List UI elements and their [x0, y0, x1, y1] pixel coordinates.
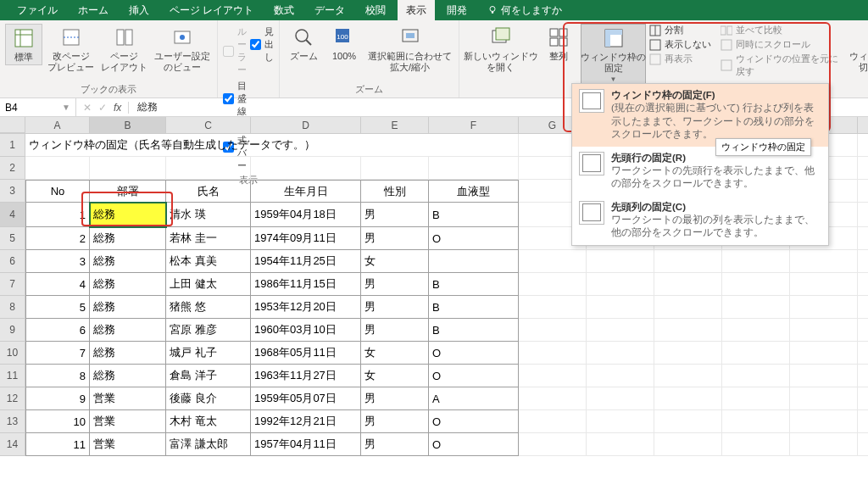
svg-rect-19 [550, 29, 558, 36]
row-9[interactable]: 96総務宮原 雅彦1960年03月10日男B [0, 319, 868, 342]
svg-rect-20 [559, 29, 567, 36]
svg-rect-29 [650, 54, 660, 64]
btn-arrange-all[interactable]: 整列 [540, 24, 577, 64]
svg-point-0 [490, 7, 495, 12]
tell-me[interactable]: 何をしますか [479, 3, 562, 18]
btn-sync-scroll: 同時にスクロール [721, 38, 846, 51]
btn-new-window[interactable]: 新しいウィンドウ を開く [465, 24, 537, 75]
svg-point-11 [296, 30, 308, 42]
svg-rect-7 [117, 30, 124, 45]
btn-unhide: 再表示 [649, 53, 717, 65]
svg-rect-32 [721, 40, 732, 50]
btn-zoom[interactable]: ズーム [285, 24, 322, 64]
btn-reset-window-pos: ウィンドウの位置を元に戻す [721, 53, 846, 78]
menu-freeze-first-column[interactable]: 先頭列の固定(C)ワークシートの最初の列を表示したままで、他の部分をスクロールで… [572, 196, 828, 245]
enter-icon: ✓ [98, 102, 107, 114]
chk-ruler[interactable]: ルーラー [223, 25, 247, 76]
group-show: ルーラー 目盛線 数式バー 見出し 表示 [218, 20, 280, 97]
group-zoom: ズーム 100 100% 選択範囲に合わせて 拡大/縮小 ズーム [280, 20, 459, 97]
freeze-first-col-icon [579, 201, 604, 225]
fx-icon[interactable]: fx [114, 102, 121, 114]
group-workbook-views: 標準 改ページ プレビュー ページ レイアウト ユーザー設定 のビュー ブックの… [0, 20, 218, 97]
tab-review[interactable]: 校閲 [357, 0, 394, 21]
bulb-icon [487, 5, 498, 15]
cancel-icon: ✕ [83, 102, 92, 114]
svg-rect-28 [650, 40, 660, 50]
row-10[interactable]: 107総務城戸 礼子1968年05月11日女O [0, 342, 868, 365]
btn-custom-views[interactable]: ユーザー設定 のビュー [153, 24, 212, 75]
btn-zoom-selection[interactable]: 選択範囲に合わせて 拡大/縮小 [366, 24, 453, 75]
btn-page-layout-view[interactable]: ページ レイアウト [99, 24, 149, 75]
svg-rect-25 [605, 30, 610, 47]
svg-rect-8 [125, 30, 132, 45]
active-cell-b4: 総務 [90, 203, 166, 227]
btn-split[interactable]: 分割 [649, 24, 717, 36]
btn-normal-view[interactable]: 標準 [5, 24, 42, 65]
svg-rect-21 [550, 38, 558, 46]
tab-home[interactable]: ホーム [70, 0, 117, 21]
row-6[interactable]: 63総務松本 真美1954年11月25日女 [0, 250, 868, 273]
chk-headings[interactable]: 見出し [250, 25, 274, 64]
btn-switch-windows[interactable]: ウィンドウの 切り替え [849, 24, 868, 75]
freeze-top-row-icon [579, 152, 604, 175]
row-11[interactable]: 118総務倉島 洋子1963年11月27日女O [0, 365, 868, 387]
btn-zoom-100[interactable]: 100 100% [326, 24, 363, 64]
freeze-panes-menu: ウィンドウ枠の固定(F)(現在の選択範囲に基づいて) 行および列を表示したままで… [571, 83, 829, 246]
btn-page-break-preview[interactable]: 改ページ プレビュー [46, 24, 96, 75]
tab-insert[interactable]: 挿入 [120, 0, 158, 21]
svg-rect-33 [721, 60, 732, 70]
freeze-panes-icon [579, 89, 604, 113]
formula-input[interactable]: 総務 [129, 100, 158, 114]
tab-data[interactable]: データ [306, 0, 353, 21]
tab-pagelayout[interactable]: ページ レイアウト [161, 0, 262, 21]
select-all-corner[interactable] [0, 117, 25, 133]
svg-point-10 [180, 35, 185, 40]
svg-rect-22 [559, 38, 567, 46]
menu-freeze-panes[interactable]: ウィンドウ枠の固定(F)(現在の選択範囲に基づいて) 行および列を表示したままで… [572, 84, 828, 147]
svg-text:100: 100 [337, 33, 348, 41]
svg-rect-30 [721, 26, 726, 35]
btn-freeze-panes[interactable]: ウィンドウ枠の 固定 ▼ [581, 24, 646, 86]
tab-formulas[interactable]: 数式 [265, 0, 303, 21]
row-13[interactable]: 1310営業木村 竜太1992年12月21日男O [0, 410, 868, 433]
row-14[interactable]: 1411営業富澤 謙太郎1957年04月11日男O [0, 433, 868, 456]
row-7[interactable]: 74総務上田 健太1986年11月15日男B [0, 273, 868, 296]
freeze-panes-tooltip: ウィンドウ枠の固定 [715, 138, 811, 156]
btn-view-side-by-side: 並べて比較 [721, 24, 846, 36]
svg-rect-2 [15, 30, 32, 47]
svg-rect-16 [406, 33, 415, 38]
btn-hide[interactable]: 表示しない [649, 38, 717, 51]
name-box[interactable]: B4▼ [0, 98, 76, 116]
chevron-down-icon: ▼ [62, 103, 70, 112]
ribbon-tabs: ファイル ホーム 挿入 ページ レイアウト 数式 データ 校閲 表示 開発 何を… [0, 0, 868, 20]
svg-rect-18 [496, 28, 509, 40]
row-12[interactable]: 129営業後藤 良介1959年05月07日男A [0, 387, 868, 410]
tab-developer[interactable]: 開発 [438, 0, 476, 21]
formula-controls: ✕ ✓ fx [76, 102, 129, 114]
tab-view[interactable]: 表示 [398, 0, 435, 21]
svg-line-12 [306, 40, 311, 45]
svg-rect-31 [727, 26, 732, 35]
row-8[interactable]: 85総務猪熊 悠1953年12月20日男B [0, 296, 868, 319]
svg-rect-1 [492, 12, 493, 14]
tab-file[interactable]: ファイル [8, 0, 66, 21]
chk-gridlines[interactable]: 目盛線 [223, 80, 247, 118]
